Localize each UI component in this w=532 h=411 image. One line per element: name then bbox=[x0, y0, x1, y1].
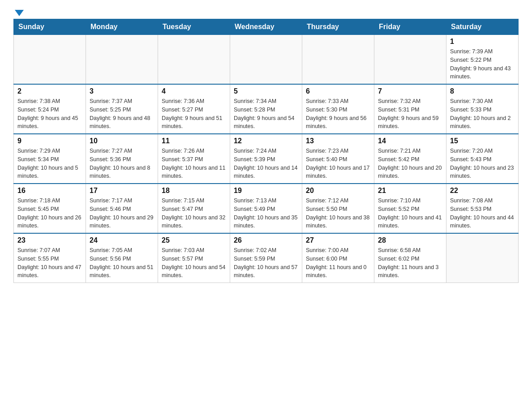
day-info: Sunrise: 7:05 AMSunset: 5:56 PMDaylight:… bbox=[90, 246, 154, 280]
calendar-cell: 21Sunrise: 7:10 AMSunset: 5:52 PMDayligh… bbox=[374, 184, 446, 233]
weekday-header-thursday: Thursday bbox=[302, 19, 374, 35]
weekday-header-wednesday: Wednesday bbox=[230, 19, 302, 35]
day-number: 6 bbox=[306, 87, 370, 95]
day-info: Sunrise: 7:33 AMSunset: 5:30 PMDaylight:… bbox=[306, 97, 370, 131]
calendar-cell bbox=[86, 35, 158, 85]
calendar-cell: 10Sunrise: 7:27 AMSunset: 5:36 PMDayligh… bbox=[86, 134, 158, 184]
day-number: 26 bbox=[234, 236, 298, 244]
day-number: 20 bbox=[306, 187, 370, 195]
calendar-cell bbox=[14, 35, 86, 85]
weekday-header-saturday: Saturday bbox=[446, 19, 519, 35]
day-number: 4 bbox=[162, 87, 226, 95]
calendar-cell: 14Sunrise: 7:21 AMSunset: 5:42 PMDayligh… bbox=[374, 134, 446, 184]
day-info: Sunrise: 7:21 AMSunset: 5:42 PMDaylight:… bbox=[378, 147, 442, 180]
day-number: 28 bbox=[378, 236, 442, 244]
day-info: Sunrise: 7:20 AMSunset: 5:43 PMDaylight:… bbox=[450, 147, 515, 180]
day-info: Sunrise: 7:23 AMSunset: 5:40 PMDaylight:… bbox=[306, 147, 370, 180]
day-info: Sunrise: 7:12 AMSunset: 5:50 PMDaylight:… bbox=[306, 197, 370, 230]
day-info: Sunrise: 7:36 AMSunset: 5:27 PMDaylight:… bbox=[162, 97, 226, 131]
calendar-cell: 20Sunrise: 7:12 AMSunset: 5:50 PMDayligh… bbox=[302, 184, 374, 233]
day-info: Sunrise: 7:30 AMSunset: 5:33 PMDaylight:… bbox=[450, 97, 515, 131]
calendar-cell: 4Sunrise: 7:36 AMSunset: 5:27 PMDaylight… bbox=[158, 84, 230, 134]
day-number: 9 bbox=[17, 137, 82, 145]
day-info: Sunrise: 7:38 AMSunset: 5:24 PMDaylight:… bbox=[17, 97, 82, 131]
day-number: 1 bbox=[450, 38, 515, 46]
day-info: Sunrise: 7:32 AMSunset: 5:31 PMDaylight:… bbox=[378, 97, 442, 131]
weekday-header-row: SundayMondayTuesdayWednesdayThursdayFrid… bbox=[14, 19, 519, 35]
calendar-cell: 17Sunrise: 7:17 AMSunset: 5:46 PMDayligh… bbox=[86, 184, 158, 233]
calendar-cell: 13Sunrise: 7:23 AMSunset: 5:40 PMDayligh… bbox=[302, 134, 374, 184]
day-info: Sunrise: 6:58 AMSunset: 6:02 PMDaylight:… bbox=[378, 246, 442, 280]
day-info: Sunrise: 7:03 AMSunset: 5:57 PMDaylight:… bbox=[162, 246, 226, 280]
day-number: 14 bbox=[378, 137, 442, 145]
day-info: Sunrise: 7:18 AMSunset: 5:45 PMDaylight:… bbox=[17, 197, 82, 230]
logo-triangle-icon bbox=[15, 10, 24, 16]
calendar-week-row: 2Sunrise: 7:38 AMSunset: 5:24 PMDaylight… bbox=[14, 84, 519, 134]
calendar-cell: 12Sunrise: 7:24 AMSunset: 5:39 PMDayligh… bbox=[230, 134, 302, 184]
calendar-cell: 18Sunrise: 7:15 AMSunset: 5:47 PMDayligh… bbox=[158, 184, 230, 233]
day-number: 13 bbox=[306, 137, 370, 145]
calendar-cell: 22Sunrise: 7:08 AMSunset: 5:53 PMDayligh… bbox=[446, 184, 519, 233]
day-number: 24 bbox=[90, 236, 154, 244]
day-number: 18 bbox=[162, 187, 226, 195]
calendar-cell: 3Sunrise: 7:37 AMSunset: 5:25 PMDaylight… bbox=[86, 84, 158, 134]
day-number: 15 bbox=[450, 137, 515, 145]
logo bbox=[13, 9, 24, 14]
calendar-cell: 2Sunrise: 7:38 AMSunset: 5:24 PMDaylight… bbox=[14, 84, 86, 134]
day-number: 27 bbox=[306, 236, 370, 244]
calendar-cell: 15Sunrise: 7:20 AMSunset: 5:43 PMDayligh… bbox=[446, 134, 519, 184]
weekday-header-monday: Monday bbox=[86, 19, 158, 35]
calendar-cell: 11Sunrise: 7:26 AMSunset: 5:37 PMDayligh… bbox=[158, 134, 230, 184]
day-info: Sunrise: 7:08 AMSunset: 5:53 PMDaylight:… bbox=[450, 197, 515, 230]
calendar-week-row: 23Sunrise: 7:07 AMSunset: 5:55 PMDayligh… bbox=[14, 233, 519, 283]
weekday-header-friday: Friday bbox=[374, 19, 446, 35]
day-number: 25 bbox=[162, 236, 226, 244]
day-number: 17 bbox=[90, 187, 154, 195]
calendar-cell: 19Sunrise: 7:13 AMSunset: 5:49 PMDayligh… bbox=[230, 184, 302, 233]
calendar-cell: 23Sunrise: 7:07 AMSunset: 5:55 PMDayligh… bbox=[14, 233, 86, 283]
page-header bbox=[13, 9, 519, 14]
day-number: 5 bbox=[234, 87, 298, 95]
calendar-cell: 9Sunrise: 7:29 AMSunset: 5:34 PMDaylight… bbox=[14, 134, 86, 184]
calendar-table: SundayMondayTuesdayWednesdayThursdayFrid… bbox=[13, 19, 519, 283]
day-info: Sunrise: 7:24 AMSunset: 5:39 PMDaylight:… bbox=[234, 147, 298, 180]
day-info: Sunrise: 7:00 AMSunset: 6:00 PMDaylight:… bbox=[306, 246, 370, 280]
day-info: Sunrise: 7:13 AMSunset: 5:49 PMDaylight:… bbox=[234, 197, 298, 230]
calendar-cell: 5Sunrise: 7:34 AMSunset: 5:28 PMDaylight… bbox=[230, 84, 302, 134]
calendar-week-row: 16Sunrise: 7:18 AMSunset: 5:45 PMDayligh… bbox=[14, 184, 519, 233]
day-info: Sunrise: 7:26 AMSunset: 5:37 PMDaylight:… bbox=[162, 147, 226, 180]
day-info: Sunrise: 7:02 AMSunset: 5:59 PMDaylight:… bbox=[234, 246, 298, 280]
weekday-header-sunday: Sunday bbox=[14, 19, 86, 35]
day-number: 12 bbox=[234, 137, 298, 145]
day-number: 11 bbox=[162, 137, 226, 145]
day-number: 2 bbox=[17, 87, 82, 95]
calendar-cell bbox=[158, 35, 230, 85]
day-number: 3 bbox=[90, 87, 154, 95]
day-info: Sunrise: 7:39 AMSunset: 5:22 PMDaylight:… bbox=[450, 47, 515, 81]
day-number: 19 bbox=[234, 187, 298, 195]
calendar-cell: 6Sunrise: 7:33 AMSunset: 5:30 PMDaylight… bbox=[302, 84, 374, 134]
calendar-cell bbox=[374, 35, 446, 85]
day-number: 8 bbox=[450, 87, 515, 95]
calendar-cell bbox=[446, 233, 519, 283]
day-info: Sunrise: 7:10 AMSunset: 5:52 PMDaylight:… bbox=[378, 197, 442, 230]
calendar-cell: 25Sunrise: 7:03 AMSunset: 5:57 PMDayligh… bbox=[158, 233, 230, 283]
day-info: Sunrise: 7:15 AMSunset: 5:47 PMDaylight:… bbox=[162, 197, 226, 230]
calendar-cell: 8Sunrise: 7:30 AMSunset: 5:33 PMDaylight… bbox=[446, 84, 519, 134]
day-info: Sunrise: 7:27 AMSunset: 5:36 PMDaylight:… bbox=[90, 147, 154, 180]
calendar-cell: 27Sunrise: 7:00 AMSunset: 6:00 PMDayligh… bbox=[302, 233, 374, 283]
day-info: Sunrise: 7:29 AMSunset: 5:34 PMDaylight:… bbox=[17, 147, 82, 180]
day-info: Sunrise: 7:37 AMSunset: 5:25 PMDaylight:… bbox=[90, 97, 154, 131]
day-number: 16 bbox=[17, 187, 82, 195]
calendar-cell: 1Sunrise: 7:39 AMSunset: 5:22 PMDaylight… bbox=[446, 35, 519, 85]
calendar-week-row: 1Sunrise: 7:39 AMSunset: 5:22 PMDaylight… bbox=[14, 35, 519, 85]
calendar-cell bbox=[302, 35, 374, 85]
day-info: Sunrise: 7:17 AMSunset: 5:46 PMDaylight:… bbox=[90, 197, 154, 230]
calendar-cell: 28Sunrise: 6:58 AMSunset: 6:02 PMDayligh… bbox=[374, 233, 446, 283]
day-number: 10 bbox=[90, 137, 154, 145]
day-number: 22 bbox=[450, 187, 515, 195]
day-info: Sunrise: 7:07 AMSunset: 5:55 PMDaylight:… bbox=[17, 246, 82, 280]
day-number: 21 bbox=[378, 187, 442, 195]
calendar-cell: 16Sunrise: 7:18 AMSunset: 5:45 PMDayligh… bbox=[14, 184, 86, 233]
calendar-cell: 7Sunrise: 7:32 AMSunset: 5:31 PMDaylight… bbox=[374, 84, 446, 134]
